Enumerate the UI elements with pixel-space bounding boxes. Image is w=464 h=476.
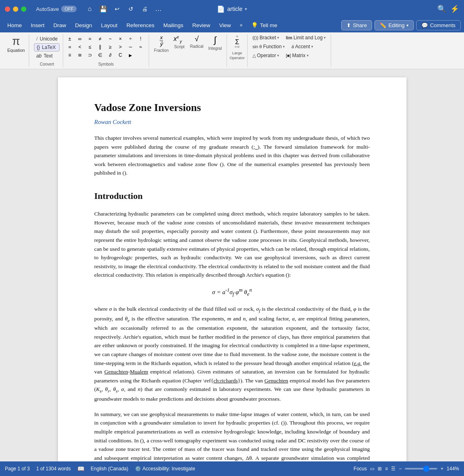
ch-ref-link[interactable]: ch:richards	[214, 378, 238, 384]
script-btn[interactable]: xx y Script	[172, 34, 186, 50]
genuchten-link-2[interactable]: Genuchten	[264, 378, 288, 384]
focus-btn[interactable]: Focus	[354, 466, 367, 472]
latex-btn[interactable]: {} LaTeX	[34, 43, 60, 51]
sym-gte[interactable]: ≥	[106, 43, 114, 51]
sym-inf[interactable]: ∞	[76, 35, 84, 43]
fraction-btn[interactable]: x ȳ Fraction	[152, 34, 170, 53]
title-area: 📄 article ▾	[217, 5, 247, 13]
integral-btn[interactable]: ∫ Integral	[207, 34, 223, 51]
menu-references[interactable]: References	[122, 21, 158, 30]
close-button[interactable]	[5, 6, 10, 12]
sym-lt[interactable]: <	[76, 43, 84, 51]
sym-more-arrow[interactable]: ▶	[126, 51, 135, 59]
menu-insert[interactable]: Insert	[27, 21, 49, 30]
save-icon[interactable]: 💾	[98, 3, 109, 15]
right-groups: {()} Bracket ▾ lim Limit and Log ▾ sin θ…	[248, 34, 331, 67]
accent-btn[interactable]: ä Accent ▾	[289, 43, 316, 50]
eg-link[interactable]: e.g.	[354, 360, 362, 366]
sym-eq[interactable]: =	[86, 35, 94, 43]
menu-tell-me[interactable]: 💡 Tell me	[247, 20, 281, 30]
zoom-slider[interactable]	[405, 468, 437, 470]
menu-more[interactable]: »	[236, 21, 247, 30]
menu-draw[interactable]: Draw	[49, 21, 71, 30]
introduction-heading: Introduction	[94, 189, 370, 203]
sym-sim[interactable]: ∼	[126, 43, 135, 51]
editing-button[interactable]: ✏️ Editing ▾	[374, 20, 414, 30]
comments-button[interactable]: 💬 Comments	[416, 20, 461, 30]
sym-pm[interactable]: ±	[66, 35, 74, 43]
sym-equiv[interactable]: ≡	[66, 51, 74, 59]
proofread-icon[interactable]: 📖	[77, 465, 84, 472]
editing-icon: ✏️	[380, 22, 386, 28]
menu-mailings[interactable]: Mailings	[159, 21, 188, 30]
view-justify-icon[interactable]: ☰	[391, 466, 396, 472]
sym-neq[interactable]: ≠	[96, 35, 104, 43]
intro-paragraph: This chapter involves several numerical …	[94, 134, 370, 177]
convert-group: / Unicode {} LaTeX ab Text Convert	[31, 34, 63, 67]
sym-excl[interactable]: !	[137, 35, 145, 43]
autosave-badge[interactable]: OFF	[61, 6, 77, 12]
menu-layout[interactable]: Layout	[97, 21, 122, 30]
mualem-link[interactable]: Mualem	[130, 369, 148, 375]
undo-icon[interactable]: ↩	[111, 3, 123, 15]
share-connect-icon[interactable]: ⚡	[450, 4, 459, 13]
more-button[interactable]: ...	[153, 3, 164, 15]
view-normal-icon[interactable]: ▭	[370, 466, 374, 472]
sym-prop[interactable]: ∝	[66, 43, 74, 51]
menu-review[interactable]: Review	[188, 21, 214, 30]
home-icon[interactable]: ⌂	[84, 3, 95, 15]
bracket-icon: {()}	[252, 35, 259, 40]
radical-btn[interactable]: √ Radical	[188, 34, 205, 49]
menu-home[interactable]: Home	[3, 21, 26, 30]
ribbon: π Equation / Unicode {} LaTeX ab Text Co…	[0, 32, 464, 69]
document-area: Vadose Zone Inversions Rowan Cockett Thi…	[0, 69, 464, 476]
function-btn[interactable]: sin θ Function ▾	[250, 43, 287, 50]
symbols-grid-mid: ∝ < ≤ ∥ ≥ > ∼ ≈	[66, 43, 146, 51]
view-web-icon[interactable]: ⊞	[378, 466, 382, 472]
search-icon[interactable]: 🔍	[437, 4, 446, 13]
operator-btn[interactable]: △ Operator ▾	[250, 52, 282, 59]
bracket-btn[interactable]: {()} Bracket ▾	[250, 34, 282, 41]
sym-para[interactable]: ∥	[96, 43, 104, 51]
genuchten-link-1[interactable]: Genuchten	[104, 369, 128, 375]
page-info: Page 1 of 3	[5, 466, 30, 472]
menu-design[interactable]: Design	[71, 21, 96, 30]
sym-tilde[interactable]: ~	[106, 35, 114, 43]
sym-times[interactable]: ×	[116, 35, 124, 43]
sym-lte[interactable]: ≤	[86, 43, 94, 51]
equation-button[interactable]: π Equation	[3, 34, 29, 67]
redo-icon[interactable]: ↺	[125, 3, 137, 15]
matrix-btn[interactable]: [■] Matrix ▾	[283, 52, 311, 59]
large-operator-label: LargeOperator	[229, 51, 245, 60]
sym-c[interactable]: C	[116, 51, 124, 59]
limit-log-btn[interactable]: lim Limit and Log ▾	[283, 34, 328, 41]
accessibility[interactable]: ⚙️ Accessibility: Investigate	[135, 466, 195, 472]
menu-view[interactable]: View	[215, 21, 235, 30]
unicode-btn[interactable]: / Unicode	[34, 35, 60, 43]
sym-supset[interactable]: ⊃	[86, 51, 94, 59]
zoom-out-icon[interactable]: −	[399, 466, 402, 472]
sym-cong[interactable]: ≅	[76, 51, 84, 59]
word-count: 1 of 1304 words	[36, 466, 71, 472]
sym-in[interactable]: ∈	[96, 51, 104, 59]
maximize-button[interactable]	[21, 6, 26, 12]
print-icon[interactable]: 🖨	[139, 3, 150, 15]
language[interactable]: English (Canada)	[91, 466, 128, 472]
sym-partial[interactable]: ∂	[106, 51, 114, 59]
zoom-in-icon[interactable]: +	[440, 466, 443, 472]
sym-extra[interactable]	[137, 51, 145, 59]
operator-row: △ Operator ▾ [■] Matrix ▾	[250, 52, 328, 59]
minimize-button[interactable]	[13, 6, 18, 12]
sym-div[interactable]: ÷	[126, 35, 135, 43]
share-button[interactable]: ⬆ Share	[341, 20, 372, 30]
sym-approx[interactable]: ≈	[137, 43, 145, 51]
ref-link-1[interactable]: ;_	[253, 144, 258, 150]
symbols-group: ± ∞ = ≠ ~ × ÷ ! ∝ < ≤ ∥ ≥ > ∼ ≈ ≡ ≅ ⊃ ∈ …	[63, 34, 149, 67]
sym-gt[interactable]: >	[116, 43, 124, 51]
text-btn[interactable]: ab Text	[34, 52, 60, 60]
title-chevron[interactable]: ▾	[245, 6, 247, 12]
document-author: Rowan Cockett	[94, 119, 370, 126]
large-operator-btn[interactable]: n Σ i=0	[233, 34, 242, 50]
slash-icon: /	[36, 36, 38, 42]
view-list-icon[interactable]: ≡	[385, 466, 388, 472]
